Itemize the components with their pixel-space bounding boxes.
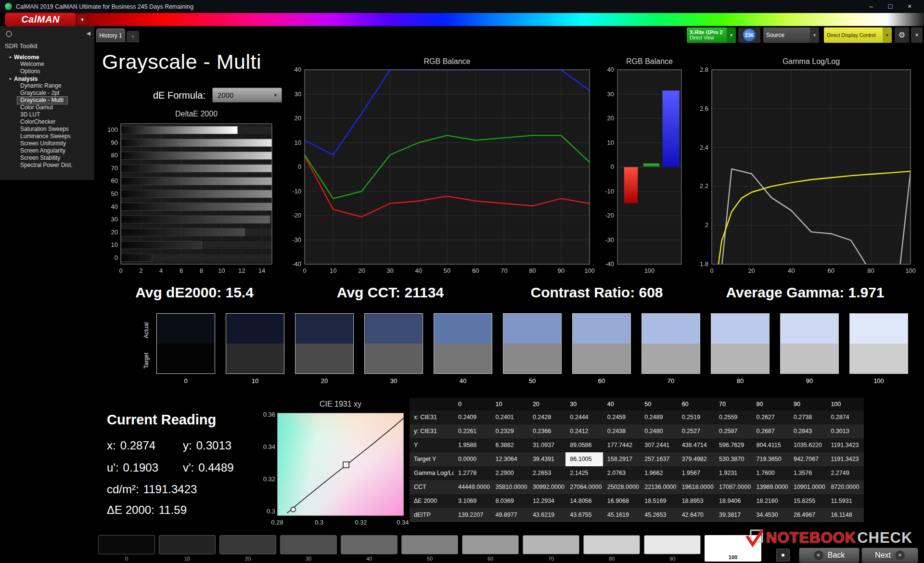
table-cell[interactable]: 11.5931 bbox=[826, 494, 863, 508]
table-cell[interactable]: 13989.0000 bbox=[752, 480, 789, 494]
table-cell[interactable]: 0.2401 bbox=[491, 410, 528, 424]
stop-button[interactable]: ■ bbox=[776, 549, 790, 562]
sidebar-item-saturation-sweeps[interactable]: Saturation Sweeps bbox=[20, 126, 72, 133]
table-cell[interactable]: 0.2587 bbox=[715, 424, 752, 438]
table-cell[interactable]: 307.2441 bbox=[640, 438, 677, 452]
table-cell[interactable]: 0.2738 bbox=[789, 410, 826, 424]
table-cell[interactable]: 438.4714 bbox=[678, 438, 715, 452]
table-cell[interactable]: 1191.3423 bbox=[826, 452, 863, 466]
table-cell[interactable]: 42.6470 bbox=[678, 508, 715, 522]
maximize-button[interactable]: □ bbox=[881, 0, 900, 13]
table-cell[interactable]: 27064.0000 bbox=[565, 480, 603, 494]
table-cell[interactable]: 8720.0000 bbox=[826, 480, 863, 494]
de-formula-dropdown[interactable]: 2000 ▼ bbox=[212, 88, 282, 102]
table-cell[interactable]: 45.2653 bbox=[640, 508, 677, 522]
pattern-level-tile[interactable]: 236 bbox=[738, 27, 760, 43]
table-cell[interactable]: 2.2653 bbox=[528, 466, 565, 480]
level-button-30[interactable]: 30 bbox=[280, 535, 337, 562]
table-cell[interactable]: 0.0000 bbox=[454, 452, 491, 466]
table-cell[interactable]: 1.9567 bbox=[678, 466, 715, 480]
table-cell[interactable]: 1.2778 bbox=[454, 466, 491, 480]
sidebar-item-screen-angularity[interactable]: Screen Angularity bbox=[20, 147, 68, 154]
table-cell[interactable]: 2.0763 bbox=[603, 466, 640, 480]
table-cell[interactable]: 34.4530 bbox=[752, 508, 789, 522]
sidebar-section-welcome[interactable]: ▸Welcome bbox=[0, 53, 94, 61]
table-cell[interactable]: 10901.0000 bbox=[789, 480, 826, 494]
table-cell[interactable]: 14.8056 bbox=[565, 494, 603, 508]
new-history-tab-button[interactable]: + bbox=[127, 31, 139, 42]
table-cell[interactable]: 39.4391 bbox=[528, 452, 565, 466]
sidebar-section-analysis[interactable]: ▸Analysis bbox=[0, 75, 94, 82]
close-button[interactable]: × bbox=[900, 0, 919, 13]
table-cell[interactable]: 0.2444 bbox=[565, 410, 603, 424]
table-cell[interactable]: 719.3650 bbox=[752, 452, 789, 466]
table-cell[interactable]: 0.2412 bbox=[565, 424, 603, 438]
table-cell[interactable]: 17087.0000 bbox=[715, 480, 752, 494]
source-dropdown[interactable]: Source ▼ bbox=[763, 27, 819, 43]
table-cell[interactable]: 49.8977 bbox=[491, 508, 528, 522]
display-control-dropdown[interactable]: Direct Display Control ▼ bbox=[824, 27, 892, 43]
table-cell[interactable]: 0.2489 bbox=[640, 410, 677, 424]
table-cell[interactable]: 1.9588 bbox=[454, 438, 491, 452]
table-cell[interactable]: 1.3576 bbox=[789, 466, 826, 480]
table-cell[interactable]: 3.1069 bbox=[454, 494, 491, 508]
settings-gear-button[interactable]: ⚙ bbox=[895, 27, 909, 43]
table-cell[interactable]: 596.7629 bbox=[715, 438, 752, 452]
table-cell[interactable]: 2.1425 bbox=[565, 466, 603, 480]
table-cell[interactable]: 2.2749 bbox=[826, 466, 863, 480]
table-cell[interactable]: 1035.6220 bbox=[789, 438, 826, 452]
table-cell[interactable]: 43.6755 bbox=[565, 508, 603, 522]
table-cell[interactable]: 1191.3423 bbox=[826, 438, 863, 452]
sidebar-item-dynamic-range[interactable]: Dynamic Range bbox=[20, 82, 64, 90]
table-cell[interactable]: 0.2527 bbox=[678, 424, 715, 438]
table-cell[interactable]: 15.8255 bbox=[789, 494, 826, 508]
table-cell[interactable]: 0.2843 bbox=[789, 424, 826, 438]
table-cell[interactable]: 22136.0000 bbox=[640, 480, 677, 494]
sidebar-collapse-button[interactable]: ◀ bbox=[87, 30, 90, 37]
table-cell[interactable]: 530.3870 bbox=[715, 452, 752, 466]
next-button[interactable]: Next » bbox=[861, 548, 918, 563]
table-cell[interactable]: 6.3882 bbox=[491, 438, 528, 452]
close-session-button[interactable]: × bbox=[911, 27, 923, 43]
level-button-90[interactable]: 90 bbox=[644, 535, 701, 562]
table-cell[interactable]: 35810.0000 bbox=[491, 480, 528, 494]
sidebar-item-grayscale-2pt[interactable]: Grayscale - 2pt bbox=[20, 90, 62, 97]
level-button-50[interactable]: 50 bbox=[401, 535, 458, 562]
table-cell[interactable]: 0.2409 bbox=[454, 410, 491, 424]
table-cell[interactable]: 16.1148 bbox=[826, 508, 863, 522]
table-cell[interactable]: 0.2366 bbox=[528, 424, 565, 438]
table-cell[interactable]: 44449.0000 bbox=[454, 480, 491, 494]
table-cell[interactable]: 18.9406 bbox=[715, 494, 752, 508]
table-cell[interactable]: 257.1637 bbox=[640, 452, 677, 466]
table-cell[interactable]: 0.2627 bbox=[752, 410, 789, 424]
sidebar-item-colorchecker[interactable]: ColorChecker bbox=[20, 118, 58, 126]
table-cell[interactable]: 89.0586 bbox=[565, 438, 603, 452]
table-cell[interactable]: 1.7600 bbox=[752, 466, 789, 480]
table-cell[interactable]: 1.9662 bbox=[640, 466, 677, 480]
table-cell[interactable]: 158.2917 bbox=[603, 452, 640, 466]
sidebar-item-3d-lut[interactable]: 3D LUT bbox=[20, 111, 43, 118]
table-cell[interactable]: 39.3817 bbox=[715, 508, 752, 522]
table-cell[interactable]: 2.2900 bbox=[491, 466, 528, 480]
level-button-40[interactable]: 40 bbox=[341, 535, 398, 562]
table-cell[interactable]: 0.2329 bbox=[491, 424, 528, 438]
table-cell[interactable]: 0.2480 bbox=[640, 424, 677, 438]
sidebar-item-screen-uniformity[interactable]: Screen Uniformity bbox=[20, 140, 69, 147]
tab-history-1[interactable]: History 1 bbox=[96, 28, 125, 42]
session-record-icon[interactable] bbox=[6, 31, 12, 37]
table-cell[interactable]: 86.1005 bbox=[565, 452, 603, 466]
table-cell[interactable]: 30992.0000 bbox=[528, 480, 565, 494]
level-button-0[interactable]: 0 bbox=[98, 535, 155, 562]
level-button-60[interactable]: 60 bbox=[462, 535, 519, 562]
logo-menu-button[interactable]: ▼ bbox=[77, 14, 88, 25]
minimize-button[interactable]: – bbox=[861, 0, 881, 13]
table-cell[interactable]: 0.3013 bbox=[826, 424, 863, 438]
table-cell[interactable]: 8.0369 bbox=[491, 494, 528, 508]
sidebar-item-options[interactable]: Options bbox=[20, 68, 43, 75]
table-cell[interactable]: 12.3064 bbox=[491, 452, 528, 466]
table-cell[interactable]: 177.7442 bbox=[603, 438, 640, 452]
table-cell[interactable]: 16.9068 bbox=[603, 494, 640, 508]
table-cell[interactable]: 942.7067 bbox=[789, 452, 826, 466]
table-cell[interactable]: 0.2428 bbox=[528, 410, 565, 424]
table-cell[interactable]: 18.8953 bbox=[678, 494, 715, 508]
